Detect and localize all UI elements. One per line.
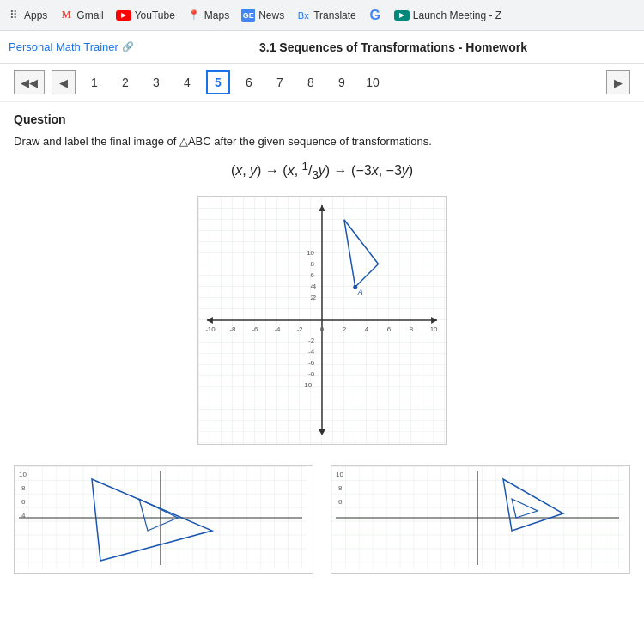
svg-point-32: [353, 284, 357, 289]
toolbar-youtube-label: YouTube: [135, 9, 175, 21]
toolbar-youtube[interactable]: ▶ YouTube: [116, 9, 175, 21]
toolbar-google[interactable]: G: [368, 9, 382, 22]
svg-text:-8: -8: [229, 325, 236, 332]
nav-num-5[interactable]: 5: [206, 70, 230, 94]
svg-text:-4: -4: [308, 348, 315, 355]
svg-text:8: 8: [21, 484, 26, 492]
app-name: Personal Math Trainer: [9, 40, 118, 53]
toolbar-translate-label: Translate: [313, 9, 356, 21]
toolbar-gmail-label: Gmail: [76, 9, 103, 21]
app-link-icon: 🔗: [122, 41, 134, 52]
app-title-left[interactable]: Personal Math Trainer 🔗: [9, 40, 134, 53]
svg-text:6: 6: [387, 325, 392, 332]
main-content: Question Draw and label the final image …: [0, 102, 644, 465]
meet-icon: ▶: [394, 10, 410, 21]
svg-text:10: 10: [430, 325, 438, 332]
nav-num-10[interactable]: 10: [361, 70, 385, 94]
bottom-graph-left[interactable]: 10 8 6 4: [14, 465, 313, 574]
svg-text:0: 0: [320, 325, 325, 332]
nav-num-7[interactable]: 7: [268, 70, 292, 94]
svg-text:-2: -2: [296, 325, 303, 332]
app-header: Personal Math Trainer 🔗 3.1 Sequences of…: [0, 31, 644, 64]
svg-text:-10: -10: [302, 381, 313, 389]
svg-text:10: 10: [19, 471, 27, 478]
question-text: Draw and label the final image of △ABC a…: [14, 135, 630, 148]
svg-text:6: 6: [21, 498, 26, 506]
svg-text:10: 10: [336, 471, 343, 478]
svg-text:8: 8: [311, 259, 315, 267]
toolbar-news[interactable]: GE News: [241, 9, 284, 22]
toolbar-maps-label: Maps: [204, 9, 229, 21]
nav-next-button[interactable]: ▶: [606, 70, 630, 94]
svg-text:4: 4: [365, 325, 369, 332]
nav-num-4[interactable]: 4: [175, 70, 199, 94]
svg-text:-8: -8: [308, 370, 315, 378]
youtube-icon: ▶: [116, 10, 131, 21]
toolbar-apps-label: Apps: [24, 9, 47, 21]
formula-display: (x, y) → (x, 1/3y) → (−3x, −3y): [14, 160, 630, 182]
question-nav: ◀◀ ◀ 1 2 3 4 5 6 7 8 9 10 ▶: [0, 64, 644, 102]
nav-num-2[interactable]: 2: [113, 70, 137, 94]
grid-icon: ⠿: [7, 9, 21, 22]
svg-text:-6: -6: [252, 325, 258, 332]
toolbar-meet-label: Launch Meeting - Z: [413, 9, 501, 21]
nav-first-button[interactable]: ◀◀: [14, 70, 45, 94]
bottom-graph-right[interactable]: 10 8 6: [331, 465, 630, 574]
svg-text:8: 8: [338, 484, 343, 492]
google-icon: G: [368, 9, 382, 22]
nav-num-1[interactable]: 1: [82, 70, 106, 94]
toolbar-gmail[interactable]: M Gmail: [59, 9, 103, 22]
svg-text:A: A: [357, 288, 363, 296]
page-title: 3.1 Sequences of Transformations - Homew…: [151, 40, 635, 54]
svg-text:8: 8: [410, 325, 414, 332]
toolbar-news-label: News: [258, 9, 284, 21]
translate-icon: Bx: [296, 9, 310, 22]
svg-text:-2: -2: [308, 337, 315, 344]
toolbar-meet[interactable]: ▶ Launch Meeting - Z: [394, 9, 501, 21]
svg-text:4: 4: [21, 512, 26, 519]
svg-text:2: 2: [311, 294, 315, 301]
svg-text:6: 6: [338, 498, 343, 506]
svg-text:-6: -6: [308, 359, 315, 367]
question-label: Question: [14, 112, 630, 126]
formula-text: (x, y) → (x, 1/3y) → (−3x, −3y): [231, 163, 413, 178]
gmail-icon: M: [59, 9, 73, 22]
toolbar-translate[interactable]: Bx Translate: [296, 9, 356, 22]
nav-num-6[interactable]: 6: [237, 70, 261, 94]
toolbar-apps[interactable]: ⠿ Apps: [7, 9, 47, 22]
nav-prev-button[interactable]: ◀: [52, 70, 76, 94]
nav-num-9[interactable]: 9: [330, 70, 354, 94]
bottom-graphs-row: 10 8 6 4 10: [0, 465, 644, 574]
svg-text:4: 4: [311, 282, 315, 289]
svg-text:-10: -10: [205, 325, 216, 332]
nav-num-8[interactable]: 8: [299, 70, 323, 94]
svg-text:2: 2: [343, 325, 347, 332]
nav-num-3[interactable]: 3: [144, 70, 168, 94]
svg-text:-4: -4: [274, 325, 281, 332]
graph-container[interactable]: 0 2 4 6 8 10 -2 -4 -6 -8 -10 2 4 2 4 6 8…: [14, 196, 630, 445]
browser-toolbar: ⠿ Apps M Gmail ▶ YouTube 📍 Maps GE News …: [0, 0, 644, 31]
news-icon: GE: [241, 9, 255, 22]
coordinate-graph[interactable]: 0 2 4 6 8 10 -2 -4 -6 -8 -10 2 4 2 4 6 8…: [197, 196, 447, 445]
svg-text:10: 10: [307, 248, 314, 256]
maps-icon: 📍: [187, 9, 201, 22]
svg-text:6: 6: [311, 270, 315, 278]
toolbar-maps[interactable]: 📍 Maps: [187, 9, 229, 22]
